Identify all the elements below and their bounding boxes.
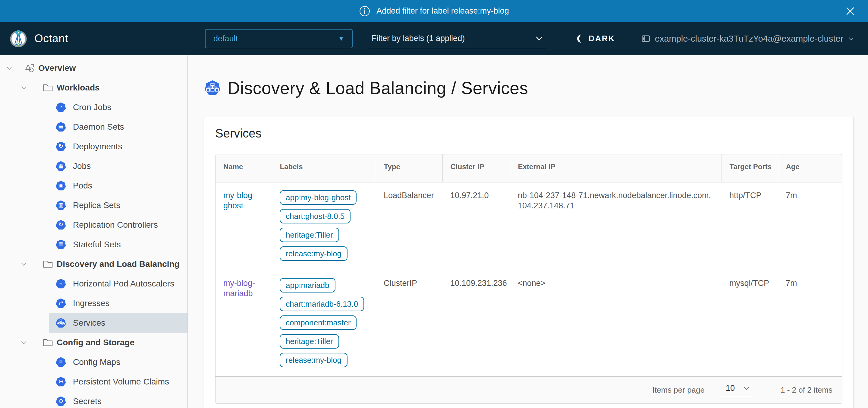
- sidebar-item-label: Config Maps: [73, 357, 120, 367]
- column-header-age: Age: [778, 154, 842, 182]
- sidebar-item[interactable]: ▥ Replica Sets: [49, 196, 187, 215]
- cell-name: my-blog-ghost: [216, 182, 272, 270]
- table-row: my-blog-mariadb app:mariadb chart:mariad…: [216, 270, 842, 376]
- statefulsets-icon: ≣: [56, 239, 66, 250]
- sidebar-item[interactable]: ⇔ Horizontal Pod Autoscalers: [49, 274, 187, 293]
- namespace-value: default: [213, 34, 238, 43]
- cell-cluster-ip: 10.109.231.236: [442, 270, 510, 376]
- sidebar-item[interactable]: ⊙ Secrets: [49, 391, 187, 408]
- sidebar-item[interactable]: ◔ Cron Jobs: [49, 97, 187, 117]
- sidebar-item-label: Ingresses: [73, 298, 110, 308]
- chevron-down-icon: [847, 35, 855, 42]
- chevron-down-icon[interactable]: [20, 84, 28, 92]
- sidebar-item[interactable]: ⊖ Persistent Volume Claims: [49, 372, 187, 391]
- sidebar-item[interactable]: Config and Storage: [0, 332, 187, 352]
- octant-logo: [9, 29, 28, 48]
- service-icon: [204, 80, 221, 96]
- table-body: my-blog-ghost app:my-blog-ghost chart:gh…: [216, 182, 842, 376]
- sidebar-item-label: Horizontal Pod Autoscalers: [73, 279, 174, 289]
- sidebar-item[interactable]: Workloads: [0, 78, 187, 97]
- label-badge[interactable]: app:my-blog-ghost: [280, 190, 356, 205]
- sidebar-item[interactable]: ▤ Daemon Sets: [49, 117, 187, 137]
- chevron-down-icon[interactable]: [20, 339, 28, 347]
- app-name: Octant: [34, 32, 68, 45]
- persistentvolumeclaims-icon: ⊖: [56, 376, 66, 387]
- sidebar-item-label: Config and Storage: [57, 338, 134, 347]
- label-badge[interactable]: heritage:Tiller: [280, 228, 339, 242]
- page-title: Discovery & Load Balancing / Services: [227, 78, 528, 98]
- folder-icon: [42, 82, 54, 93]
- info-icon: [359, 5, 370, 17]
- sidebar-item-label: Deployments: [73, 142, 122, 151]
- service-link[interactable]: my-blog-ghost: [223, 191, 255, 210]
- dark-theme-toggle[interactable]: DARK: [575, 34, 615, 43]
- label-badge[interactable]: heritage:Tiller: [280, 334, 339, 349]
- services-table: Name Labels Type Cluster IP External IP …: [215, 154, 842, 404]
- label-badge[interactable]: app:mariadb: [280, 278, 336, 292]
- table-footer: Items per page 10 1 - 2 of 2 items: [216, 376, 842, 404]
- sidebar-item[interactable]: Services: [49, 313, 187, 332]
- chevron-down-icon[interactable]: [20, 260, 28, 268]
- pagination-range: 1 - 2 of 2 items: [781, 385, 832, 395]
- sidebar-item-label: Jobs: [73, 161, 91, 171]
- sidebar-item-label: Cron Jobs: [73, 103, 112, 112]
- label-badge[interactable]: component:master: [280, 315, 356, 330]
- banner-message: Added filter for label release:my-blog: [376, 6, 509, 16]
- folder-icon: [42, 258, 54, 270]
- sidebar-item[interactable]: Discovery and Load Balancing: [0, 254, 187, 274]
- sidebar-item-label: Workloads: [57, 83, 100, 93]
- label-filter-text: Filter by labels (1 applied): [372, 34, 465, 43]
- label-badge[interactable]: release:my-blog: [280, 353, 347, 367]
- table-row: my-blog-ghost app:my-blog-ghost chart:gh…: [216, 182, 842, 270]
- sidebar-item[interactable]: Overview: [0, 58, 187, 78]
- close-icon[interactable]: [844, 5, 857, 18]
- sidebar-item-label: Secrets: [73, 397, 101, 406]
- namespace-select[interactable]: default ▼: [205, 29, 352, 48]
- cell-age: 7m: [778, 182, 842, 270]
- pods-icon: ▣: [56, 180, 66, 191]
- sidebar-item[interactable]: ≡ Config Maps: [49, 352, 187, 372]
- brand: Octant: [0, 29, 188, 48]
- table-header-row: Name Labels Type Cluster IP External IP …: [216, 154, 842, 182]
- cluster-name: example-cluster-ka3TuTzYo4a@example-clus…: [655, 34, 843, 44]
- card-title: Services: [215, 127, 842, 140]
- cell-cluster-ip: 10.97.21.0: [442, 182, 510, 270]
- sidebar-item[interactable]: ⇄ Ingresses: [49, 293, 187, 313]
- column-header-type: Type: [376, 154, 442, 182]
- daemonsets-icon: ▤: [56, 121, 66, 133]
- column-header-target-ports: Target Ports: [721, 154, 778, 182]
- sidebar-item-label: Daemon Sets: [73, 122, 124, 132]
- app-header: Octant default ▼ Filter by labels (1 app…: [0, 22, 868, 55]
- cell-age: 7m: [778, 270, 842, 376]
- ingresses-icon: ⇄: [56, 298, 66, 309]
- sidebar-item-label: Pods: [73, 181, 92, 191]
- sidebar-item-label: Stateful Sets: [73, 240, 121, 250]
- sidebar-item[interactable]: ↻ Replication Controllers: [49, 215, 187, 235]
- sidebar-item[interactable]: ↻ Deployments: [49, 137, 187, 156]
- cell-external-ip: <none>: [510, 270, 721, 376]
- sidebar-item[interactable]: ≣ Stateful Sets: [49, 235, 187, 254]
- sidebar-item-label: Overview: [38, 63, 76, 73]
- service-link[interactable]: my-blog-mariadb: [223, 279, 255, 298]
- chevron-down-icon: [743, 384, 750, 392]
- sidebar-item[interactable]: ▣ Pods: [49, 176, 187, 196]
- label-filter-select[interactable]: Filter by labels (1 applied): [369, 29, 546, 48]
- page-size-select[interactable]: 10: [721, 384, 753, 396]
- sidebar-nav: Overview Workloads ◔ Cron Jobs: [0, 55, 188, 408]
- sidebar-item-label: Replica Sets: [73, 201, 120, 210]
- label-badge[interactable]: chart:ghost-8.0.5: [280, 209, 350, 224]
- main-content: Discovery & Load Balancing / Services Se…: [188, 55, 868, 408]
- label-badge[interactable]: release:my-blog: [280, 246, 347, 261]
- cell-labels: app:my-blog-ghost chart:ghost-8.0.5 heri…: [272, 182, 376, 270]
- column-header-cluster-ip: Cluster IP: [442, 154, 510, 182]
- items-per-page-label: Items per page: [652, 385, 705, 395]
- chevron-down-icon[interactable]: [5, 64, 13, 72]
- replicationcontrollers-icon: ↻: [56, 220, 66, 230]
- theme-toggle-label: DARK: [589, 34, 615, 43]
- deployments-icon: ↻: [56, 141, 66, 152]
- sidebar-item[interactable]: ▦ Jobs: [49, 156, 187, 176]
- cluster-icon: [641, 34, 651, 43]
- label-badge[interactable]: chart:mariadb-6.13.0: [280, 297, 364, 311]
- cell-external-ip: nb-104-237-148-71.newark.nodebalancer.li…: [510, 182, 721, 270]
- cluster-select[interactable]: example-cluster-ka3TuTzYo4a@example-clus…: [641, 34, 855, 44]
